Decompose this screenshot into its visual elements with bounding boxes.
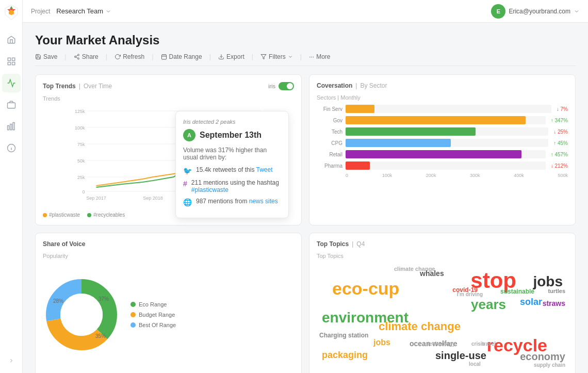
svg-text:Sep 2018: Sep 2018 bbox=[143, 196, 163, 201]
svg-rect-10 bbox=[10, 124, 11, 130]
more-button[interactable]: ··· More bbox=[309, 53, 330, 60]
iris-popup-item-hashtag: # 211 mentions using the hashtag #plasti… bbox=[183, 179, 281, 193]
iris-popup-item-tweet: 🐦 15.4k retweets of this Tweet bbox=[183, 166, 281, 175]
iris-toggle-container: iris bbox=[268, 82, 294, 90]
bar-track-tech bbox=[346, 127, 548, 136]
bar-track-cpg bbox=[346, 139, 548, 147]
bar-track-pharma bbox=[346, 161, 546, 170]
word-local[interactable]: local bbox=[469, 361, 481, 367]
word-technology[interactable]: technology bbox=[428, 341, 455, 347]
word-solar[interactable]: solar bbox=[520, 297, 542, 307]
export-icon bbox=[218, 54, 224, 60]
iris-popup-desc: Volume was 317% higher than usual driven… bbox=[183, 147, 281, 161]
word-crisis[interactable]: crisis bbox=[471, 341, 485, 347]
refresh-button[interactable]: Refresh bbox=[115, 53, 144, 60]
word-economy[interactable]: economy bbox=[520, 351, 565, 363]
svg-text:28%: 28% bbox=[53, 298, 63, 304]
hashtag-link[interactable]: #plasticwaste bbox=[191, 186, 228, 193]
user-menu[interactable]: E Erica@yourbrand.com bbox=[491, 4, 580, 19]
svg-rect-6 bbox=[8, 62, 10, 65]
svg-rect-20 bbox=[161, 55, 166, 59]
bar-fill-pharma bbox=[346, 161, 370, 170]
word-climate-change-small[interactable]: climate change bbox=[394, 266, 435, 272]
sidebar-item-bar-chart[interactable] bbox=[2, 117, 21, 136]
word-jobs-small[interactable]: jobs bbox=[373, 338, 390, 347]
user-chevron-icon bbox=[574, 8, 580, 14]
bar-fill-cpg bbox=[346, 139, 451, 147]
twitter-icon: 🐦 bbox=[183, 167, 192, 175]
word-i-driving[interactable]: I'm driving bbox=[457, 291, 483, 297]
sov-legend-budget: Budget Range bbox=[130, 312, 176, 318]
word-climate-change[interactable]: climate change bbox=[379, 320, 461, 333]
donut-svg: 37% 35% 28% bbox=[43, 276, 120, 353]
sov-dot-best bbox=[130, 322, 136, 328]
sidebar-expand-button[interactable] bbox=[2, 354, 21, 367]
sidebar-item-briefcase[interactable] bbox=[2, 95, 21, 114]
separator-4: | bbox=[209, 53, 211, 60]
bar-value-gov: ↑ 347% bbox=[551, 118, 568, 123]
bar-row-cpg: CPG ↑ 45% bbox=[317, 139, 568, 147]
hashtag-icon: # bbox=[183, 180, 187, 188]
filter-icon bbox=[260, 54, 267, 60]
word-packaging[interactable]: packaging bbox=[322, 350, 368, 361]
svg-text:125k: 125k bbox=[75, 109, 85, 114]
page-title: Your Market Analysis bbox=[35, 33, 576, 47]
iris-marker-a: A bbox=[183, 129, 195, 141]
sidebar-item-home[interactable] bbox=[2, 30, 21, 49]
word-cloud: eco-cup environment stop jobs climate ch… bbox=[317, 263, 568, 371]
bar-fill-finserv bbox=[346, 105, 374, 113]
word-eco-cup[interactable]: eco-cup bbox=[332, 279, 399, 299]
save-button[interactable]: Save bbox=[35, 53, 57, 60]
export-button[interactable]: Export bbox=[218, 53, 244, 60]
sidebar-item-grid[interactable] bbox=[2, 52, 21, 71]
svg-point-2 bbox=[9, 10, 14, 15]
date-range-button[interactable]: Date Range bbox=[161, 53, 202, 60]
bar-row-pharma: Pharma ↓ 212% bbox=[317, 161, 568, 170]
chevron-down-icon bbox=[105, 8, 111, 14]
svg-point-16 bbox=[74, 56, 76, 57]
svg-text:100k: 100k bbox=[75, 125, 85, 131]
bar-track-retail bbox=[346, 150, 546, 158]
iris-popup-date: September 13th bbox=[200, 131, 262, 140]
bar-label-cpg: CPG bbox=[317, 140, 342, 146]
news-link[interactable]: news sites bbox=[249, 198, 278, 205]
bar-chart: Fin Serv ↓ 7% Gov ↑ 347% bbox=[317, 105, 568, 170]
bar-track-finserv bbox=[346, 105, 551, 113]
word-single-use[interactable]: single-use bbox=[435, 350, 486, 362]
sidebar bbox=[0, 0, 23, 373]
svg-text:50k: 50k bbox=[77, 158, 85, 164]
bar-row-tech: Tech ↓ 25% bbox=[317, 127, 568, 136]
word-charging-station[interactable]: Charging station bbox=[319, 332, 368, 339]
conversation-chart-subtitle: Sectors | Monthly bbox=[317, 94, 568, 101]
iris-toggle[interactable] bbox=[279, 82, 294, 90]
sov-legend-best: Best Of Range bbox=[130, 322, 176, 328]
app-logo[interactable] bbox=[3, 4, 20, 21]
refresh-icon bbox=[115, 54, 121, 60]
word-supply-chain[interactable]: supply chain bbox=[534, 362, 565, 368]
share-button[interactable]: Share bbox=[74, 53, 99, 60]
avatar: E bbox=[491, 4, 505, 19]
chart-xaxis: 0 100k 200k 300k 400k 500k bbox=[317, 173, 568, 178]
share-icon bbox=[74, 54, 80, 60]
sov-dot-eco bbox=[130, 302, 136, 307]
bar-value-cpg: ↑ 45% bbox=[553, 140, 568, 146]
iris-popup-item-news: 🌐 987 mentions from news sites bbox=[183, 198, 281, 206]
sidebar-item-chart[interactable] bbox=[2, 74, 21, 92]
svg-text:35%: 35% bbox=[95, 333, 106, 339]
filters-button[interactable]: Filters bbox=[260, 53, 293, 60]
svg-rect-5 bbox=[12, 58, 14, 60]
word-straws[interactable]: straws bbox=[543, 299, 565, 307]
separator-6: | bbox=[300, 53, 302, 60]
share-of-voice-card: Share of Voice Popularity bbox=[35, 233, 302, 373]
word-years[interactable]: years bbox=[471, 297, 506, 313]
svg-rect-9 bbox=[7, 126, 9, 130]
trends-chart-container: 125k 100k 75k 50k 25k 0 bbox=[43, 106, 294, 209]
project-selector[interactable]: Research Team bbox=[56, 7, 111, 15]
bar-label-retail: Retail bbox=[317, 152, 342, 157]
sov-title: Share of Voice bbox=[43, 240, 85, 248]
user-email: Erica@yourbrand.com bbox=[509, 8, 570, 15]
word-sustainable[interactable]: sustainable bbox=[500, 288, 534, 295]
sidebar-item-info[interactable] bbox=[2, 139, 21, 157]
tweet-link[interactable]: Tweet bbox=[256, 166, 273, 173]
word-turtles[interactable]: turtles bbox=[548, 288, 565, 294]
